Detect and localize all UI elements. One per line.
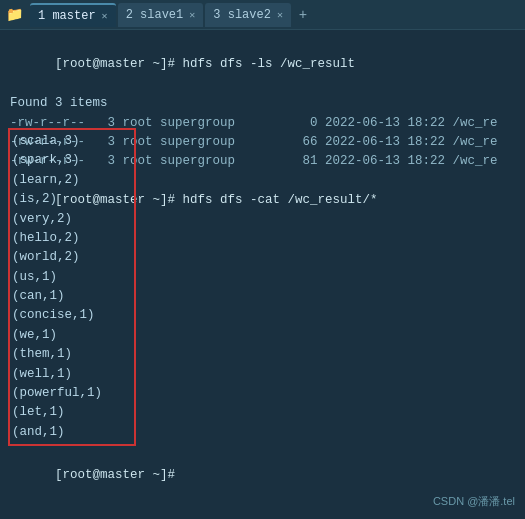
cmd-line-1: [root@master ~]# hdfs dfs -ls /wc_result: [10, 36, 515, 94]
add-tab-button[interactable]: +: [293, 5, 313, 25]
result-8: (can,1): [10, 287, 134, 306]
tab-master[interactable]: 1 master ✕: [30, 3, 116, 27]
result-14: (let,1): [10, 403, 134, 422]
tab-slave2-close[interactable]: ✕: [277, 9, 283, 21]
folder-icon: 📁: [4, 5, 24, 25]
tab-bar: 📁 1 master ✕ 2 slave1 ✕ 3 slave2 ✕ +: [0, 0, 525, 30]
result-15: (and,1): [10, 423, 134, 442]
tab-slave2-label: 3 slave2: [213, 8, 271, 22]
prompt-3: [root@master ~]#: [55, 468, 183, 482]
found-items: Found 3 items: [10, 94, 515, 113]
result-5: (hello,2): [10, 229, 134, 248]
terminal-content: [root@master ~]# hdfs dfs -ls /wc_result…: [0, 30, 525, 519]
results-box: (scala,3) (spark,3) (learn,2) (is,2) (ve…: [8, 128, 136, 446]
final-prompt-line: [root@master ~]#: [10, 447, 183, 505]
result-6: (world,2): [10, 248, 134, 267]
result-4: (very,2): [10, 210, 134, 229]
terminal-window: 📁 1 master ✕ 2 slave1 ✕ 3 slave2 ✕ + [ro…: [0, 0, 525, 519]
result-11: (them,1): [10, 345, 134, 364]
result-3: (is,2): [10, 190, 134, 209]
result-9: (concise,1): [10, 306, 134, 325]
prompt-1: [root@master ~]#: [55, 57, 183, 71]
result-13: (powerful,1): [10, 384, 134, 403]
result-12: (well,1): [10, 365, 134, 384]
result-2: (learn,2): [10, 171, 134, 190]
tab-master-label: 1 master: [38, 9, 96, 23]
result-0: (scala,3): [10, 132, 134, 151]
tab-slave1-close[interactable]: ✕: [189, 9, 195, 21]
command-2: hdfs dfs -cat /wc_result/*: [183, 193, 378, 207]
tab-slave2[interactable]: 3 slave2 ✕: [205, 3, 291, 27]
tab-slave1[interactable]: 2 slave1 ✕: [118, 3, 204, 27]
command-1: hdfs dfs -ls /wc_result: [183, 57, 356, 71]
result-7: (us,1): [10, 268, 134, 287]
result-1: (spark,3): [10, 151, 134, 170]
tab-master-close[interactable]: ✕: [102, 10, 108, 22]
watermark: CSDN @潘潘.tel: [433, 494, 515, 509]
tab-slave1-label: 2 slave1: [126, 8, 184, 22]
result-10: (we,1): [10, 326, 134, 345]
